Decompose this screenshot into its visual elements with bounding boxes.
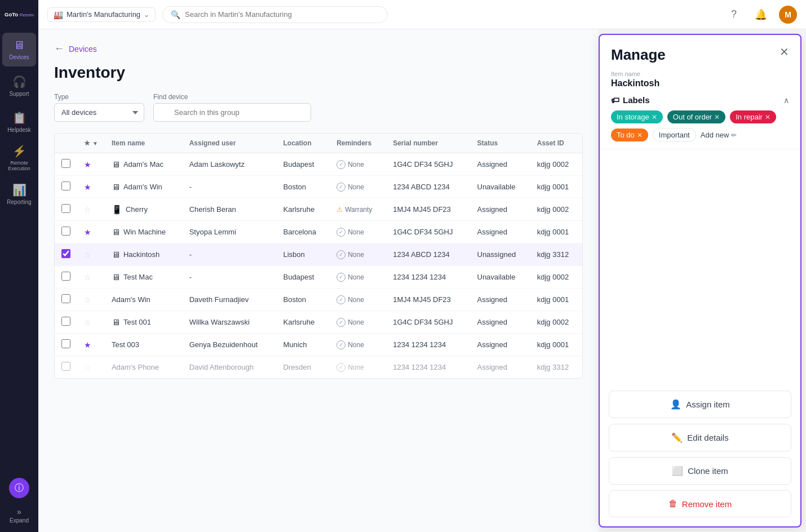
label-chip-out-of-order[interactable]: Out of order ✕ [667,110,725,123]
label-chip-in-storage[interactable]: In storage ✕ [611,110,663,123]
row-user-cell: David Attenborough [183,356,277,379]
col-assigned-user: Assigned user [183,134,277,153]
label-chip-in-repair[interactable]: In repair ✕ [730,110,776,123]
table-row[interactable]: ★ 🖥 Win Machine Styopa Lemmi Barcelona ✓… [55,221,582,243]
star-icon[interactable]: ★ [84,160,91,169]
device-name-container: 🖥 Adam's Win [112,182,176,192]
table-row[interactable]: ★ 🖥 Adam's Win - Boston ✓ None 1234 ABCD… [55,176,582,198]
table-row[interactable]: ☆ Adam's Win Daveth Furnadjiev Boston ✓ … [55,289,582,311]
table-row[interactable]: ★ 🖥 Adam's Mac Adam Laskowytz Budapest ✓… [55,153,582,176]
row-checkbox[interactable] [61,317,70,326]
label-out-of-order-remove[interactable]: ✕ [714,113,720,121]
labels-row: In storage ✕ Out of order ✕ In repair ✕ … [611,110,789,142]
sidebar: GoTo Resolve 🖥 Devices 🎧 Support 📋 Helpd… [0,0,38,532]
star-icon[interactable]: ★ [84,340,91,349]
back-button[interactable]: ← [54,43,64,55]
edit-details-button[interactable]: ✏️ Edit details [609,424,791,451]
sidebar-item-remote[interactable]: ⚡ Remote Execution [2,141,36,175]
star-icon[interactable]: ★ [84,183,91,192]
row-asset-cell: kdjg 3312 [530,243,582,266]
add-new-label-text: Add new [701,131,729,139]
label-tag-icon: 🏷 [611,95,619,105]
table-row[interactable]: ☆ Adam's Phone David Attenborough Dresde… [55,356,582,379]
table-header: ★ ▼ Item name Assigned user Location Rem… [55,134,582,153]
labels-chevron-icon[interactable]: ∧ [783,96,789,105]
table-row[interactable]: ☆ 🖥 Test 001 Willka Warszawski Karlsruhe… [55,311,582,334]
star-sort[interactable]: ★ ▼ [84,139,98,147]
label-chip-important[interactable]: Important [653,128,696,142]
org-name: Martin's Manufacturing [67,10,140,19]
add-new-label-button[interactable]: Add new ✏ [701,131,737,139]
star-empty-icon[interactable]: ☆ [84,205,91,214]
device-name-container: Adam's Phone [112,363,176,371]
row-checkbox[interactable] [61,362,70,371]
row-checkbox[interactable] [61,181,70,190]
row-location-cell: Budapest [276,153,330,176]
device-name-container: Adam's Win [112,295,176,304]
row-name-cell: 🖥 Test Mac [105,266,183,289]
label-in-repair-remove[interactable]: ✕ [765,113,770,121]
type-filter-select[interactable]: All devices [54,103,144,122]
row-star-cell: ☆ [77,356,105,379]
row-checkbox[interactable] [61,249,70,258]
star-empty-icon[interactable]: ☆ [84,318,91,327]
expand-icon: » [17,507,21,516]
row-checkbox[interactable] [61,227,70,236]
assign-item-button[interactable]: 👤 Assign item [609,391,791,418]
star-icon[interactable]: ★ [84,228,91,237]
sidebar-item-support[interactable]: 🎧 Support [2,69,36,103]
row-user-cell: - [183,176,277,198]
manage-close-button[interactable]: ✕ [780,46,789,57]
manage-item-name-label: Item name [611,70,789,77]
svg-text:Resolve: Resolve [20,12,34,17]
table-row[interactable]: ☆ 📱 Cherry Cherish Beran Karlsruhe ⚠ War… [55,198,582,221]
row-status-cell: Unavailable [471,266,530,289]
manage-header: Manage ✕ [600,35,800,64]
table-row[interactable]: ★ Test 003 Genya Bezuidenhout Munich ✓ N… [55,334,582,356]
remove-item-button[interactable]: 🗑 Remove item [609,490,791,517]
row-name-cell: 🖥 Adam's Win [105,176,183,198]
star-empty-icon[interactable]: ☆ [84,250,91,259]
row-asset-cell: kdjg 0002 [530,153,582,176]
notifications-button[interactable]: 🔔 [752,6,770,24]
breadcrumb-link-devices[interactable]: Devices [69,45,97,54]
row-checkbox[interactable] [61,204,70,213]
row-serial-cell: 1MJ4 MJ45 DF23 [386,198,470,221]
sidebar-item-reporting[interactable]: 📊 Reporting [2,177,36,211]
help-button[interactable]: ? [725,6,743,24]
label-in-storage-remove[interactable]: ✕ [652,113,657,121]
row-asset-cell: kdjg 0001 [530,221,582,243]
info-button[interactable]: ⓘ [9,478,29,498]
find-search-input[interactable] [153,103,311,122]
topbar: 🏭 Martin's Manufacturing ⌄ 🔍 ? 🔔 M [38,0,806,29]
row-checkbox-cell [55,356,77,379]
row-checkbox[interactable] [61,272,70,281]
row-reminder-cell: ✓ None [330,334,386,356]
table-row[interactable]: ☆ 🖥 Hackintosh - Lisbon ✓ None 1234 ABCD… [55,243,582,266]
search-input[interactable] [185,10,379,19]
star-empty-icon[interactable]: ☆ [84,295,91,304]
row-checkbox[interactable] [61,339,70,348]
star-empty-icon[interactable]: ☆ [84,363,91,372]
clone-icon: ⬜ [672,466,683,476]
sidebar-item-helpdesk[interactable]: 📋 Helpdesk [2,105,36,139]
table-row[interactable]: ☆ 🖥 Test Mac - Budapest ✓ None 1234 1234… [55,266,582,289]
user-avatar[interactable]: M [779,6,797,24]
sidebar-item-devices[interactable]: 🖥 Devices [2,33,36,66]
row-checkbox[interactable] [61,294,70,303]
label-to-do-remove[interactable]: ✕ [637,131,643,139]
row-status-cell: Assigned [471,356,530,379]
device-name-container: 📱 Cherry [112,205,176,215]
row-reminder-cell: ✓ None [330,266,386,289]
global-search[interactable]: 🔍 [162,6,388,23]
row-asset-cell: kdjg 3312 [530,356,582,379]
label-chip-to-do[interactable]: To do ✕ [611,128,648,141]
device-name: Adam's Phone [112,363,159,371]
expand-button[interactable]: » Expand [2,503,36,527]
row-asset-cell: kdjg 0001 [530,334,582,356]
clone-item-button[interactable]: ⬜ Clone item [609,457,791,485]
device-name: Adam's Mac [123,160,163,169]
row-checkbox[interactable] [61,159,70,168]
star-empty-icon[interactable]: ☆ [84,273,91,282]
org-selector[interactable]: 🏭 Martin's Manufacturing ⌄ [47,7,156,22]
